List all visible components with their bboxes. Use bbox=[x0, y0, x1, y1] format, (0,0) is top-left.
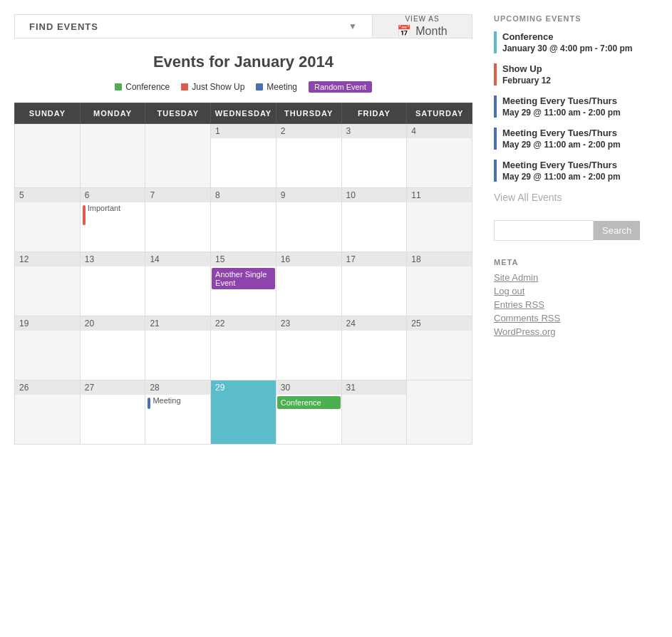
day-jan7: 7 bbox=[145, 188, 211, 252]
table-row: 26 27 28 Meeting 29 bbox=[15, 380, 472, 445]
day-jan30: 30 Conference bbox=[276, 380, 341, 445]
day-number-4: 4 bbox=[407, 124, 472, 138]
day-number-3: 3 bbox=[342, 124, 407, 138]
meta-links: Site Admin Log out Entries RSS Comments … bbox=[494, 272, 658, 337]
col-tuesday: TUESDAY bbox=[145, 103, 211, 124]
day-jan2: 2 bbox=[276, 124, 341, 188]
legend-conference-label: Conference bbox=[125, 82, 170, 92]
meta-section: META Site Admin Log out Entries RSS Comm… bbox=[494, 258, 658, 337]
meta-link-comments-rss[interactable]: Comments RSS bbox=[494, 313, 658, 323]
day-number-29: 29 bbox=[211, 380, 276, 395]
meta-link-logout[interactable]: Log out bbox=[494, 286, 658, 296]
event-important: Important bbox=[81, 202, 145, 227]
day-jan3: 3 bbox=[341, 124, 407, 188]
day-number-17: 17 bbox=[342, 252, 407, 266]
day-jan16: 16 bbox=[276, 252, 341, 316]
legend: Conference Just Show Up Meeting Random E… bbox=[14, 81, 472, 93]
day-number-2: 2 bbox=[276, 124, 341, 138]
day-jan14: 14 bbox=[145, 252, 211, 316]
find-events-button[interactable]: FIND EVENTS ▼ bbox=[14, 14, 373, 38]
meta-link-wordpress[interactable]: WordPress.org bbox=[494, 326, 658, 337]
upcoming-event-title-1: Show Up bbox=[502, 63, 658, 74]
view-as-mode: 📅 Month bbox=[397, 24, 447, 38]
upcoming-event-3: Meeting Every Tues/Thurs May 29 @ 11:00 … bbox=[494, 128, 658, 150]
day-number-26: 26 bbox=[15, 380, 80, 395]
sidebar: UPCOMING EVENTS Conference January 30 @ … bbox=[494, 14, 658, 445]
day-jan5: 5 bbox=[15, 188, 81, 252]
event-meeting-label: Meeting bbox=[153, 396, 180, 405]
day-jan1: 1 bbox=[211, 124, 276, 188]
legend-justshowup-label: Just Show Up bbox=[192, 82, 244, 92]
day-jan15[interactable]: 15 Another Single Event bbox=[211, 252, 276, 316]
col-monday: MONDAY bbox=[80, 103, 145, 124]
day-number-30: 30 bbox=[276, 380, 341, 395]
upcoming-events-title: UPCOMING EVENTS bbox=[494, 14, 658, 23]
meta-link-siteadmin[interactable]: Site Admin bbox=[494, 272, 658, 283]
find-events-arrow: ▼ bbox=[348, 21, 358, 31]
day-number-6: 6 bbox=[81, 188, 145, 202]
upcoming-event-date-3: May 29 @ 11:00 am - 2:00 pm bbox=[502, 140, 658, 150]
day-number-15: 15 bbox=[211, 252, 276, 266]
search-button[interactable]: Search bbox=[594, 221, 640, 240]
upcoming-event-date-0: January 30 @ 4:00 pm - 7:00 pm bbox=[502, 43, 658, 53]
meta-title: META bbox=[494, 258, 658, 266]
day-number-9: 9 bbox=[276, 188, 341, 202]
event-dot-meeting bbox=[148, 398, 150, 409]
legend-meeting: Meeting bbox=[256, 82, 297, 92]
day-number-11: 11 bbox=[407, 188, 472, 202]
search-section: Search bbox=[494, 220, 658, 241]
upcoming-event-title-0: Conference bbox=[502, 31, 658, 42]
day-jan25: 25 bbox=[407, 316, 472, 380]
upcoming-event-0: Conference January 30 @ 4:00 pm - 7:00 p… bbox=[494, 31, 658, 53]
table-row: 5 6 Important 7 8 bbox=[15, 188, 472, 252]
day-jan17: 17 bbox=[341, 252, 407, 316]
legend-conference: Conference bbox=[115, 82, 170, 92]
day-jan20: 20 bbox=[80, 316, 145, 380]
day-number-27: 27 bbox=[81, 380, 145, 395]
upcoming-events-section: UPCOMING EVENTS Conference January 30 @ … bbox=[494, 14, 658, 203]
legend-justshowup: Just Show Up bbox=[181, 82, 244, 92]
legend-meeting-label: Meeting bbox=[267, 82, 297, 92]
day-number-21: 21 bbox=[145, 316, 210, 331]
search-input[interactable] bbox=[494, 220, 594, 241]
upcoming-event-4: Meeting Every Tues/Thurs May 29 @ 11:00 … bbox=[494, 160, 658, 182]
day-jan28: 28 Meeting bbox=[145, 380, 211, 445]
day-jan22: 22 bbox=[211, 316, 276, 380]
day-number-28: 28 bbox=[145, 380, 210, 395]
day-jan23: 23 bbox=[276, 316, 341, 380]
event-conference-30[interactable]: Conference bbox=[277, 396, 341, 409]
meta-link-entries-rss[interactable]: Entries RSS bbox=[494, 299, 658, 310]
day-jan9: 9 bbox=[276, 188, 341, 252]
day-jan4: 4 bbox=[407, 124, 472, 188]
randomevent-badge: Random Event bbox=[309, 81, 372, 93]
event-dot-important bbox=[83, 205, 86, 225]
day-number-31: 31 bbox=[342, 380, 407, 395]
day-jan18: 18 bbox=[407, 252, 472, 316]
event-another-single[interactable]: Another Single Event bbox=[212, 268, 275, 289]
justshowup-dot bbox=[181, 83, 188, 90]
day-feb1 bbox=[407, 380, 472, 445]
view-as-button[interactable]: VIEW AS 📅 Month bbox=[373, 14, 472, 38]
calendar-grid: SUNDAY MONDAY TUESDAY WEDNESDAY THURSDAY… bbox=[14, 103, 472, 445]
upcoming-event-title-4: Meeting Every Tues/Thurs bbox=[502, 160, 658, 170]
view-all-link[interactable]: View All Events bbox=[494, 192, 658, 203]
main-content: FIND EVENTS ▼ VIEW AS 📅 Month Events for… bbox=[14, 14, 472, 445]
search-row: Search bbox=[494, 220, 658, 241]
col-saturday: SATURDAY bbox=[407, 103, 472, 124]
day-jan27: 27 bbox=[80, 380, 145, 445]
upcoming-event-date-2: May 29 @ 11:00 am - 2:00 pm bbox=[502, 108, 658, 118]
day-number-13: 13 bbox=[81, 252, 145, 266]
day-number-16: 16 bbox=[276, 252, 341, 266]
day-jan21: 21 bbox=[145, 316, 211, 380]
col-wednesday: WEDNESDAY bbox=[211, 103, 276, 124]
day-number-14: 14 bbox=[145, 252, 210, 266]
day-number-8: 8 bbox=[211, 188, 276, 202]
day-number-22: 22 bbox=[211, 316, 276, 331]
meeting-dot bbox=[256, 83, 263, 90]
day-number-1: 1 bbox=[211, 124, 276, 138]
view-as-label: VIEW AS bbox=[405, 15, 439, 23]
find-events-bar: FIND EVENTS ▼ VIEW AS 📅 Month bbox=[14, 14, 472, 38]
day-jan12: 12 bbox=[15, 252, 81, 316]
day-dec31 bbox=[145, 124, 211, 188]
col-thursday: THURSDAY bbox=[276, 103, 341, 124]
